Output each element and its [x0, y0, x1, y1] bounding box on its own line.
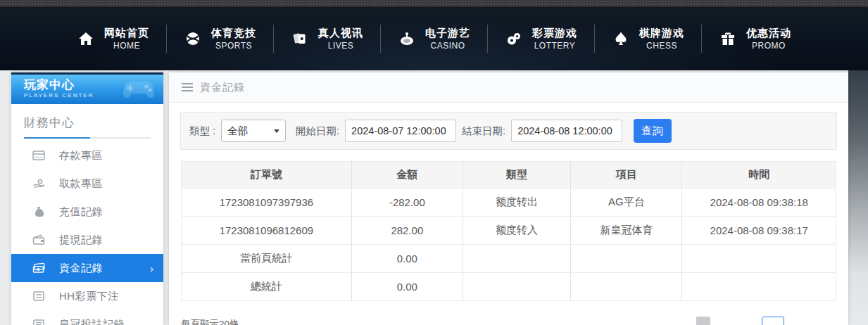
withdraw-icon: [32, 178, 45, 189]
sidebar-item-label: 存款專區: [59, 149, 153, 162]
nav-label-zh: 网站首页: [104, 26, 149, 40]
chevron-right-icon: ›: [150, 262, 153, 274]
funds-record-panel: 資金記錄 類型 : 全部 開始日期: 結束日期: 查詢 訂單號 金額 類型 項目…: [169, 72, 848, 325]
page-title: 資金記錄: [200, 81, 245, 94]
start-date-input[interactable]: [345, 120, 456, 142]
sidebar-item-label: 皇冠投註記錄: [59, 318, 153, 325]
nav-label-en: SPORTS: [211, 40, 256, 51]
sidebar-menu: 存款專區 取款專區 充值記錄 提現記錄 資金記錄 ›: [11, 141, 163, 325]
nav-item-lives[interactable]: 真人视讯 LIVES: [274, 26, 380, 51]
cell-empty: [571, 245, 682, 273]
sidebar-item-crown-bet-record[interactable]: 皇冠投註記錄: [11, 310, 163, 325]
recharge-record-icon: [32, 206, 45, 217]
nav-label-zh: 棋牌游戏: [639, 26, 684, 40]
cell-empty: [571, 273, 682, 301]
lottery-balls-icon: [505, 30, 523, 48]
cell-label: 總統計: [182, 273, 352, 301]
site-header: 网站首页 HOME 体育竞技 SPORTS 真人视讯 LIVES: [0, 7, 868, 70]
browser-top-strip: [0, 0, 868, 7]
sidebar-item-label: 取款專區: [59, 177, 153, 191]
nav-label-en: CASINO: [425, 40, 470, 51]
cell-empty: [682, 245, 836, 273]
menu-icon[interactable]: [182, 83, 193, 91]
sidebar-item-hh-lottery-bet[interactable]: HH彩票下注: [11, 282, 163, 310]
cell-time: 2024-08-08 09:38:17: [682, 217, 836, 245]
cell-type: 额度转入: [463, 217, 570, 245]
nav-label-en: LIVES: [318, 40, 363, 51]
records-table-wrap: 訂單號 金額 類型 項目 時間 1723081097397936 -282.00…: [181, 161, 836, 301]
sidebar-item-label: 提現記錄: [59, 234, 153, 247]
col-header-type: 類型: [463, 162, 570, 189]
sidebar-item-withdraw[interactable]: 取款專區: [11, 170, 163, 198]
table-row-grand-total: 總統計 0.00: [182, 273, 836, 301]
start-date-label: 開始日期:: [296, 125, 339, 138]
col-header-item: 項目: [571, 162, 682, 189]
nav-label-en: HOME: [104, 40, 149, 51]
nav-item-chess[interactable]: 棋牌游戏 CHESS: [595, 26, 701, 51]
cell-amount: 282.00: [351, 217, 463, 245]
finance-section-title: 財務中心: [24, 115, 151, 131]
section-underline: [24, 137, 151, 139]
cell-empty: [463, 245, 570, 273]
cell-type: 额度转出: [463, 189, 570, 217]
col-header-order-no: 訂單號: [182, 162, 352, 189]
background-fade: [848, 70, 868, 325]
table-row: 1723081096812609 282.00 额度转入 新皇冠体育 2024-…: [182, 217, 836, 245]
table-row: 1723081097397936 -282.00 额度转出 AG平台 2024-…: [182, 189, 836, 217]
cell-amount: 0.00: [351, 273, 463, 301]
spade-icon: [612, 30, 630, 48]
breadcrumb: 資金記錄: [169, 72, 848, 103]
nav-label-en: CHESS: [639, 40, 684, 51]
type-select-value: 全部: [227, 125, 248, 138]
roulette-icon: [398, 30, 416, 48]
chevron-down-icon: [274, 129, 279, 133]
per-page-text: 每頁顯示20條: [181, 317, 239, 325]
cell-empty: [682, 273, 836, 301]
end-date-input[interactable]: [511, 120, 622, 142]
sports-ball-icon: [184, 30, 202, 48]
nav-item-promo[interactable]: 优惠活动 PROMO: [702, 26, 808, 51]
nav-item-lottery[interactable]: 彩票游戏 LOTTERY: [488, 26, 594, 51]
nav-item-casino[interactable]: 电子游艺 CASINO: [381, 26, 487, 51]
prev-page-button[interactable]: [696, 317, 710, 325]
pagination-bar: 每頁顯示20條: [181, 317, 836, 325]
deposit-icon: [32, 150, 45, 161]
current-page-button[interactable]: [762, 317, 784, 325]
col-header-amount: 金額: [351, 162, 463, 189]
withdrawal-record-icon: [32, 234, 45, 246]
table-row-page-total: 當前頁統計 0.00: [182, 245, 836, 273]
sidebar-item-recharge-record[interactable]: 充值記錄: [11, 198, 163, 226]
type-filter-label: 類型 :: [189, 125, 215, 138]
sidebar-item-deposit[interactable]: 存款專區: [11, 141, 163, 170]
cell-order-no: 1723081096812609: [182, 217, 352, 245]
nav-item-home[interactable]: 网站首页 HOME: [60, 26, 166, 51]
player-center-sidebar: 玩家中心 PLAYERS CENTER 財務中心 存款專區 取款專區 充值記錄: [11, 72, 163, 325]
filter-bar: 類型 : 全部 開始日期: 結束日期: 查詢: [180, 112, 837, 150]
sidebar-item-withdrawal-record[interactable]: 提現記錄: [11, 226, 163, 254]
type-select[interactable]: 全部: [221, 120, 286, 142]
end-date-label: 結束日期:: [462, 125, 505, 138]
nav-item-sports[interactable]: 体育竞技 SPORTS: [167, 26, 273, 51]
sidebar-item-label: 資金記錄: [59, 262, 136, 275]
cell-item: 新皇冠体育: [571, 217, 682, 245]
nav-label-zh: 优惠活动: [746, 26, 791, 40]
nav-label-zh: 彩票游戏: [532, 26, 577, 40]
nav-label-zh: 电子游艺: [425, 26, 470, 40]
sidebar-item-label: HH彩票下注: [59, 290, 153, 303]
cell-order-no: 1723081097397936: [182, 189, 352, 217]
cell-label: 當前頁統計: [182, 245, 352, 273]
col-header-time: 時間: [682, 162, 836, 189]
sidebar-item-funds-record[interactable]: 資金記錄 ›: [11, 254, 163, 282]
finance-section-header: 財務中心: [11, 104, 163, 139]
cell-empty: [463, 273, 570, 301]
gift-icon: [719, 30, 737, 48]
nav-label-en: PROMO: [746, 40, 791, 51]
pager: [696, 317, 784, 325]
playing-cards-icon: [291, 30, 309, 48]
home-icon: [77, 30, 95, 48]
bet-record-icon: [32, 319, 45, 325]
players-center-banner: 玩家中心 PLAYERS CENTER: [11, 72, 163, 104]
search-button[interactable]: 查詢: [634, 119, 672, 143]
gamepad-icon: [121, 77, 158, 104]
cell-item: AG平台: [571, 189, 682, 217]
